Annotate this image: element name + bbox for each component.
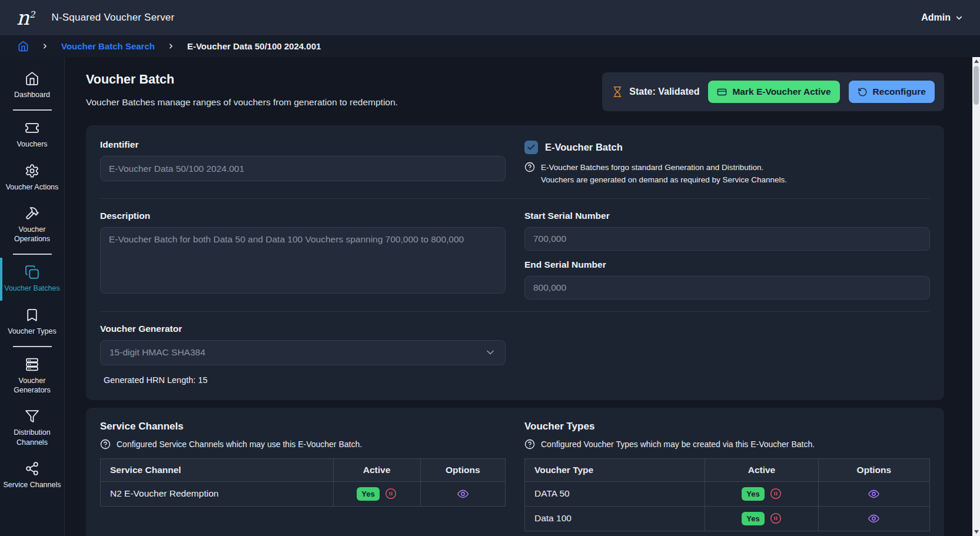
evoucher-batch-help: E-Voucher Batches forgo standard Generat… [524,162,930,187]
voucher-batch-form-card: Identifier E-Voucher Batch E-Voucher Bat… [86,125,944,400]
breadcrumb-home-link[interactable] [18,41,29,52]
voucher-type-name: Data 100 [525,506,705,531]
serial-fields-group: Start Serial Number End Serial Number [524,211,930,299]
page-title: Voucher Batch [86,72,398,87]
admin-user-menu[interactable]: Admin [921,12,964,23]
view-eye-icon[interactable] [457,488,469,498]
end-serial-label: End Serial Number [524,259,930,270]
table-row: DATA 50 Yes [525,481,930,506]
top-header: n2 N-Squared Voucher Server Admin [0,0,980,35]
sidebar-item-voucher-operations[interactable]: Voucher Operations [0,199,64,251]
hourglass-icon [612,86,623,98]
service-channels-table: Service Channel Active Options N2 E-Vouc… [100,458,506,507]
sidebar-item-vouchers[interactable]: Vouchers [0,114,64,156]
start-serial-input[interactable] [524,227,930,251]
ticket-icon [25,121,39,135]
question-circle-icon [524,162,535,172]
status-badge: Yes [742,512,764,525]
voucher-generator-select[interactable]: 15-digit HMAC SHA384 [100,340,506,365]
sidebar-item-distribution-channels[interactable]: Distribution Channels [0,402,64,454]
sidebar-item-dashboard[interactable]: Dashboard [0,64,64,106]
page-subtitle: Voucher Batches manage ranges of voucher… [86,97,398,108]
view-eye-icon[interactable] [868,512,880,522]
breadcrumb-separator-icon [167,42,175,50]
column-header: Service Channel [101,458,334,481]
server-icon [25,357,39,372]
view-eye-icon[interactable] [868,488,880,498]
voucher-types-title: Voucher Types [524,421,930,432]
admin-menu-label: Admin [921,12,951,23]
app-logo: n2 [16,8,35,28]
description-textarea[interactable]: E-Voucher Batch for both Data 50 and Dat… [100,227,506,294]
sidebar-item-voucher-actions[interactable]: Voucher Actions [0,157,64,199]
sidebar-item-voucher-generators[interactable]: Voucher Generators [0,350,64,402]
main-content: Voucher Batch Voucher Batches manage ran… [65,57,972,536]
start-serial-label: Start Serial Number [524,211,930,221]
status-badge: Yes [357,487,379,501]
question-circle-icon [100,439,111,450]
app-title: N-Squared Voucher Server [51,12,174,24]
chevron-down-icon [955,14,964,22]
sidebar-divider [13,346,52,347]
mark-evoucher-active-button[interactable]: Mark E-Voucher Active [708,81,839,103]
table-row: Data 100 Yes [525,506,930,531]
service-channel-name: N2 E-Voucher Redemption [101,481,334,506]
voucher-types-table: Voucher Type Active Options DATA 50 Yes [524,458,930,531]
voucher-generator-group: Voucher Generator 15-digit HMAC SHA384 G… [100,324,506,386]
form-divider [100,198,930,199]
breadcrumb-voucher-batch-search[interactable]: Voucher Batch Search [61,41,155,51]
sidebar-item-service-channels[interactable]: Service Channels [0,454,64,497]
column-header: Voucher Type [525,458,705,481]
column-header: Options [420,458,505,481]
scroll-up-arrow[interactable] [972,57,980,65]
voucher-types-help: Configured Voucher Types which may be cr… [524,439,930,450]
share-icon [25,461,39,476]
scrollbar-thumb[interactable] [974,66,979,105]
column-header: Options [818,458,929,481]
pause-circle-icon[interactable] [385,488,397,500]
page-head-text: Voucher Batch Voucher Batches manage ran… [86,72,398,108]
question-circle-icon [524,439,535,450]
evoucher-batch-label: E-Voucher Batch [545,142,623,153]
hrn-length-note: Generated HRN Length: 15 [104,375,506,385]
service-channels-help: Configured Service Channels which may us… [100,439,506,450]
voucher-type-name: DATA 50 [525,481,705,506]
service-channels-section: Service Channels Configured Service Chan… [100,421,506,531]
identifier-input[interactable] [100,156,506,181]
end-serial-input[interactable] [524,276,930,299]
form-divider [100,311,930,312]
pause-circle-icon[interactable] [770,488,782,500]
service-channels-title: Service Channels [100,421,506,432]
voucher-types-section: Voucher Types Configured Voucher Types w… [524,421,930,531]
column-header: Active [705,458,819,481]
description-field-group: Description E-Voucher Batch for both Dat… [100,211,506,299]
sidebar-divider [13,109,52,111]
vertical-scrollbar[interactable] [972,57,980,536]
reconfigure-button[interactable]: Reconfigure [849,81,935,103]
sidebar-item-voucher-types[interactable]: Voucher Types [0,301,64,343]
breadcrumb: Voucher Batch Search E-Voucher Data 50/1… [0,35,980,57]
evoucher-batch-checkbox[interactable] [524,141,538,154]
sidebar-item-voucher-batches[interactable]: Voucher Batches [0,258,64,300]
sidebar-divider [13,254,52,255]
scroll-down-arrow[interactable] [972,528,980,536]
related-config-card: Service Channels Configured Service Chan… [86,408,944,536]
gear-icon [25,164,39,178]
state-panel: State: Validated Mark E-Voucher Active R… [602,72,944,111]
breadcrumb-separator-icon [41,42,49,50]
chevron-down-icon [484,347,496,358]
funnel-icon [25,409,39,424]
table-row: N2 E-Voucher Redemption Yes [101,481,506,506]
bookmark-icon [25,308,39,322]
rotate-ccw-icon [858,87,868,97]
column-header: Active [333,458,420,481]
breadcrumb-current-page: E-Voucher Data 50/100 2024.001 [187,41,321,51]
card-icon [717,87,727,97]
identifier-field-group: Identifier [100,139,506,187]
status-badge: Yes [742,487,764,501]
home-icon [25,71,39,86]
sidebar-nav: Dashboard Vouchers Voucher Actions Vouch… [0,57,65,536]
pause-circle-icon[interactable] [770,512,782,524]
identifier-label: Identifier [100,139,506,150]
description-label: Description [100,211,506,221]
